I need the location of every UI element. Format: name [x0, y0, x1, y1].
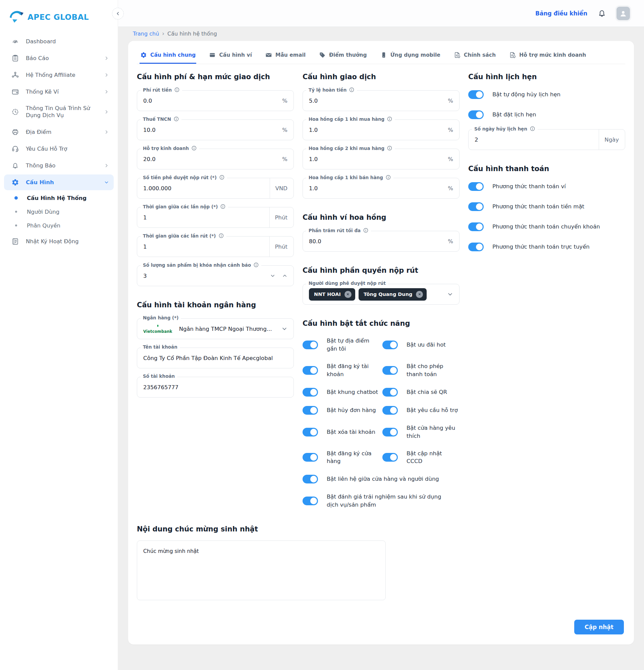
notifications-bell-icon[interactable]	[598, 9, 606, 18]
bullet-dot-icon	[15, 211, 17, 213]
toggle-row: Phương thức thanh toán tiền mặt	[468, 202, 625, 211]
feature-toggle-full-rows: Bật liên hệ giữa cửa hàng và người dùng …	[303, 475, 459, 509]
toggle-label: Bật yêu cầu hỗ trợ	[406, 406, 458, 414]
field-input[interactable]	[309, 127, 442, 133]
toggle-row: Bật đăng ký cửa hàng	[303, 450, 380, 466]
sidebar-item[interactable]: Thống Kê Ví	[4, 84, 114, 99]
toggle-switch-on[interactable]	[303, 497, 318, 505]
toggle-switch-on[interactable]	[468, 243, 484, 251]
field-input[interactable]	[143, 244, 269, 250]
settings-tab[interactable]: Mẫu email	[265, 48, 306, 64]
stepper-down-icon[interactable]	[270, 273, 276, 279]
settings-tab[interactable]: Chính sách	[453, 48, 496, 64]
sidebar-item[interactable]: Hệ Thống Affiliate	[4, 67, 114, 83]
remove-chip-button[interactable]	[345, 291, 351, 298]
field-input[interactable]	[143, 127, 277, 133]
toggle-switch-on[interactable]	[383, 453, 398, 462]
chevron-left-icon	[116, 11, 120, 16]
toggle-knob	[390, 389, 397, 396]
user-avatar[interactable]	[617, 7, 630, 20]
toggle-switch-on[interactable]	[383, 428, 398, 437]
settings-tab[interactable]: Hỗ trợ mức kinh doanh	[509, 48, 587, 64]
sidebar-item[interactable]: Cấu Hình	[4, 174, 114, 190]
update-button[interactable]: Cập nhật	[574, 620, 624, 634]
sidebar-item[interactable]: Báo Cáo	[4, 50, 114, 66]
sidebar-item[interactable]: Thông Báo	[4, 158, 114, 173]
sidebar-item[interactable]: Địa Điểm	[4, 124, 114, 140]
field-input[interactable]	[309, 185, 442, 191]
toggle-switch-on[interactable]	[383, 340, 398, 349]
apec-global-logo-icon	[9, 10, 25, 24]
field-input[interactable]	[143, 384, 287, 390]
topbar: Bảng điều khiển	[118, 0, 644, 27]
breadcrumb-home-link[interactable]: Trang chủ	[133, 30, 159, 37]
toggle-knob	[310, 454, 317, 461]
settings-tab[interactable]: Cấu hình ví	[208, 48, 253, 64]
toggle-knob	[390, 367, 397, 374]
field-label: Thời gian giữa các lần nộp (*)	[140, 204, 228, 209]
remove-chip-button[interactable]	[416, 291, 423, 298]
settings-tab[interactable]: Điểm thưởng	[318, 48, 367, 64]
birthday-message-textarea[interactable]: Chúc mừng sinh nhật	[137, 540, 386, 600]
toggle-switch-on[interactable]	[383, 388, 398, 397]
config-field: Thời gian giữa các lần rút (*) Phút	[137, 236, 294, 257]
sidebar-item-activity-log[interactable]: Nhật Ký Hoạt Động	[4, 233, 114, 249]
toggle-label: Bật cửa hàng yêu thích	[406, 424, 459, 440]
toggle-switch-on[interactable]	[383, 406, 398, 415]
approver-multiselect[interactable]: Người dùng phê duyệt nộp rút NNT HOAI	[303, 284, 459, 305]
settings-tab[interactable]: Ứng dụng mobile	[380, 48, 441, 64]
field-input[interactable]	[143, 98, 277, 104]
toggle-switch-on[interactable]	[468, 182, 484, 191]
sidebar-item[interactable]: Thông Tin Quá Trình Sử Dụng Dịch Vụ	[4, 100, 114, 123]
tab-label: Cấu hình ví	[219, 52, 252, 58]
toggle-label: Bật đánh giá trải nghiệm sau khi sử dụng…	[327, 493, 442, 509]
toggle-switch-on[interactable]	[303, 428, 318, 437]
bank-select[interactable]: Ngân hàng (*) Vietcombank Ngân hàng TMCP…	[137, 318, 294, 339]
field-unit: %	[277, 156, 287, 162]
toggle-switch-on[interactable]	[303, 406, 318, 415]
column-fees-bank: Cấu hình phí & hạn mức giao dịch Phí rút…	[137, 73, 294, 398]
field-input[interactable]	[309, 238, 442, 244]
field-label: Hoa hồng cấp 1 khi mua hàng	[306, 116, 395, 122]
sidebar-item[interactable]: Dashboard	[4, 34, 114, 49]
sidebar-subitem[interactable]: Cấu Hình Hệ Thống	[0, 191, 118, 205]
sidebar-item[interactable]: Yêu Cầu Hỗ Trợ	[4, 141, 114, 157]
field-input[interactable]	[309, 156, 442, 162]
toggle-switch-on[interactable]	[303, 366, 318, 375]
toggle-row: Bật cho phép thanh toán	[383, 362, 459, 378]
sidebar-subitem[interactable]: Người Dùng	[0, 205, 118, 219]
tab-icon	[509, 52, 516, 58]
dashboard-link[interactable]: Bảng điều khiển	[535, 10, 587, 17]
field-label: Thuế TNCN	[140, 116, 182, 122]
chevron-down-icon	[104, 180, 109, 185]
field-input[interactable]	[143, 156, 277, 162]
toggle-row: Bật hủy đơn hàng	[303, 406, 380, 415]
toggle-switch-on[interactable]	[468, 90, 484, 99]
toggle-switch-on[interactable]	[303, 340, 318, 349]
sidebar-collapse-button[interactable]	[112, 8, 124, 19]
toggle-row: Bật ưu đãi hot	[383, 337, 459, 353]
vietcombank-logo: Vietcombank	[143, 324, 172, 334]
field-input[interactable]	[474, 136, 599, 143]
toggle-switch-on[interactable]	[468, 202, 484, 211]
toggle-switch-on[interactable]	[303, 388, 318, 397]
toggle-switch-on[interactable]	[303, 453, 318, 462]
field-input[interactable]	[143, 214, 269, 221]
toggle-switch-on[interactable]	[383, 366, 398, 375]
sidebar-subitem[interactable]: Phân Quyền	[0, 219, 118, 232]
stepper-up-icon[interactable]	[282, 273, 287, 279]
field-input[interactable]	[309, 98, 442, 104]
section-title-payments: Cấu hình thanh toán	[468, 165, 625, 173]
field-input[interactable]	[143, 273, 270, 279]
toggle-switch-on[interactable]	[468, 110, 484, 119]
bullet-dot-icon	[15, 225, 17, 226]
toggle-switch-on[interactable]	[468, 223, 484, 231]
field-input[interactable]	[143, 355, 287, 361]
toggle-label: Bật liên hệ giữa cửa hàng và người dùng	[327, 475, 439, 483]
toggle-row: Bật cập nhật CCCD	[383, 450, 459, 466]
sidebar-item-icon	[11, 178, 19, 186]
toggle-switch-on[interactable]	[303, 475, 318, 483]
field-input[interactable]	[143, 185, 270, 191]
field-unit: %	[442, 238, 453, 244]
settings-tab[interactable]: Cấu hình chung	[139, 48, 196, 64]
